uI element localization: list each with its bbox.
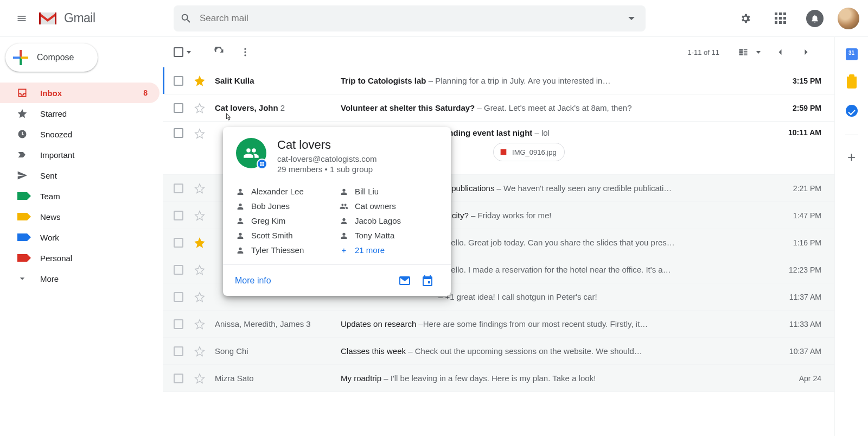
mail-row[interactable]: Cat lovers, John2 Volunteer at shelter t… [163, 94, 834, 122]
star-toggle[interactable] [194, 264, 205, 275]
page-prev-button[interactable] [769, 41, 791, 63]
search-bar[interactable] [174, 5, 646, 31]
search-options-dropdown[interactable] [628, 17, 635, 20]
mail-row[interactable]: Anissa, Meredith, James3 Updates on rese… [163, 311, 834, 338]
nav-inbox[interactable]: Inbox 8 [0, 83, 159, 103]
mail-checkbox[interactable] [174, 319, 183, 329]
select-all-checkbox[interactable] [174, 47, 183, 57]
member-item[interactable]: Tony Matta [340, 231, 438, 240]
star-toggle[interactable] [194, 210, 205, 221]
search-icon [180, 12, 192, 24]
hovercard-footer: More info [223, 264, 451, 296]
members-more-link[interactable]: +21 more [340, 245, 438, 255]
mail-checkbox[interactable] [174, 211, 183, 220]
refresh-button[interactable] [208, 41, 230, 63]
nav-starred[interactable]: Starred [0, 103, 159, 124]
star-toggle[interactable] [194, 292, 205, 302]
send-email-button[interactable] [393, 269, 416, 292]
google-apps-button[interactable] [768, 7, 792, 30]
nav-snoozed[interactable]: Snoozed [0, 124, 159, 144]
person-icon [340, 217, 348, 225]
search-input[interactable] [200, 13, 628, 24]
schedule-event-button[interactable] [416, 269, 439, 292]
gmail-logo-block[interactable]: Gmail [37, 10, 95, 27]
person-icon [340, 231, 348, 240]
header-actions [733, 7, 859, 30]
member-item[interactable]: Alexander Lee [236, 187, 334, 196]
hovercard-title: Cat lovers [277, 138, 377, 152]
settings-button[interactable] [733, 7, 757, 30]
attachment-chip[interactable]: IMG_0916.jpg [493, 143, 565, 161]
page-next-button[interactable] [795, 41, 817, 63]
density-dropdown[interactable] [756, 51, 761, 54]
mail-row[interactable]: Mizra Sato My roadtrip – I'll be leaving… [163, 365, 834, 392]
more-info-link[interactable]: More info [235, 276, 271, 286]
chevron-left-icon [775, 47, 786, 58]
star-toggle[interactable] [194, 128, 205, 139]
nav-more[interactable]: More [0, 268, 159, 289]
star-toggle[interactable] [194, 103, 205, 113]
app-header: Gmail [0, 0, 868, 37]
member-item[interactable]: Greg Kim [236, 216, 334, 225]
account-avatar[interactable] [838, 8, 859, 29]
mail-row[interactable]: Salit Kulla Trip to Catologists lab – Pl… [163, 67, 834, 94]
star-toggle[interactable] [194, 319, 205, 330]
mail-checkbox[interactable] [174, 374, 183, 383]
mail-checkbox[interactable] [174, 292, 183, 302]
mail-checkbox[interactable] [174, 265, 183, 275]
mail-sender: Mizra Sato [215, 374, 341, 383]
star-toggle[interactable] [194, 346, 205, 357]
member-item[interactable]: Bob Jones [236, 201, 334, 211]
tasks-addon[interactable] [845, 104, 858, 117]
nav-sent[interactable]: Sent [0, 165, 159, 186]
member-item[interactable]: Cat owners [340, 201, 438, 211]
mail-time: 2:59 PM [793, 104, 821, 112]
person-icon [236, 202, 245, 211]
notifications-button[interactable] [803, 7, 827, 30]
nav-label-personal[interactable]: Personal [0, 248, 159, 268]
mail-checkbox[interactable] [174, 346, 183, 356]
compose-button[interactable]: Compose [5, 43, 98, 72]
side-panel: + [834, 37, 868, 436]
bell-icon [806, 10, 824, 27]
nav-label-news[interactable]: News [0, 206, 159, 227]
mail-time: 10:37 AM [789, 347, 821, 356]
tasks-icon [846, 105, 858, 117]
member-item[interactable]: Scott Smith [236, 231, 334, 240]
mail-checkbox[interactable] [174, 76, 183, 86]
keep-addon[interactable] [845, 76, 858, 89]
density-icon [738, 47, 749, 58]
nav-label-work[interactable]: Work [0, 227, 159, 248]
svg-point-3 [244, 54, 246, 56]
mail-row[interactable]: Song Chi Classes this week – Check out t… [163, 338, 834, 365]
star-toggle[interactable] [194, 75, 205, 86]
member-item[interactable]: Jacob Lagos [340, 216, 438, 225]
display-density-button[interactable] [732, 41, 754, 63]
star-toggle[interactable] [194, 183, 205, 194]
mail-checkbox[interactable] [174, 128, 183, 138]
get-addons-button[interactable]: + [845, 150, 858, 163]
mail-checkbox[interactable] [174, 184, 183, 193]
plus-icon: + [340, 245, 348, 255]
star-toggle[interactable] [194, 237, 205, 248]
person-icon [236, 246, 245, 255]
group-icon [243, 145, 259, 161]
main-menu-button[interactable] [9, 5, 35, 31]
label-icon [16, 252, 28, 264]
person-icon [236, 231, 245, 240]
star-toggle[interactable] [194, 373, 205, 384]
divider [845, 135, 858, 135]
select-dropdown[interactable] [187, 51, 191, 54]
inbox-icon [16, 87, 28, 99]
member-item[interactable]: Bill Liu [340, 187, 438, 196]
calendar-addon[interactable] [845, 48, 858, 61]
mail-time: Apr 24 [799, 374, 821, 383]
mail-checkbox[interactable] [174, 103, 183, 113]
nav-important[interactable]: Important [0, 144, 159, 165]
mail-time: 2:21 PM [793, 184, 821, 193]
member-item[interactable]: Tyler Thiessen [236, 245, 334, 255]
mail-checkbox[interactable] [174, 238, 183, 248]
more-actions-button[interactable] [234, 41, 256, 63]
nav-label-team[interactable]: Team [0, 186, 159, 206]
label-icon [16, 211, 28, 223]
